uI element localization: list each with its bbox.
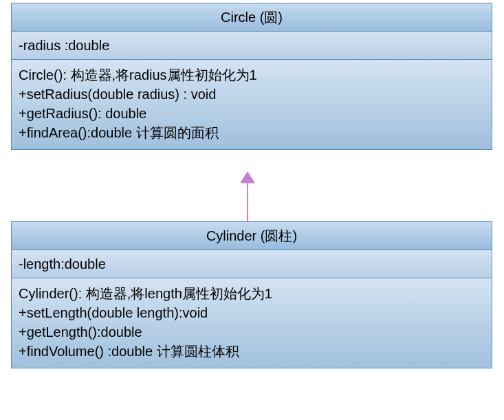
- class-title: Circle (圆): [12, 3, 492, 32]
- class-name-text: Circle (圆): [221, 10, 283, 25]
- class-name-text: Cylinder (圆柱): [206, 228, 297, 243]
- method-text: +setRadius(double radius) : void: [19, 85, 485, 104]
- method-text: +findVolume() :double 计算圆柱体积: [19, 342, 485, 361]
- svg-marker-0: [241, 172, 254, 183]
- class-methods: Cylinder(): 构造器,将length属性初始化为1 +setLengt…: [12, 278, 492, 368]
- class-title: Cylinder (圆柱): [12, 222, 492, 250]
- arrow-icon: [241, 172, 254, 221]
- class-attributes: -radius :double: [12, 32, 492, 60]
- attribute-text: -length:double: [19, 256, 106, 272]
- class-methods: Circle(): 构造器,将radius属性初始化为1 +setRadius(…: [12, 60, 492, 149]
- uml-class-circle: Circle (圆) -radius :double Circle(): 构造器…: [11, 3, 492, 150]
- inheritance-arrow: [241, 172, 254, 220]
- uml-class-cylinder: Cylinder (圆柱) -length:double Cylinder():…: [11, 221, 492, 368]
- method-text: +getRadius(): double: [19, 104, 485, 123]
- method-text: +getLength():double: [19, 322, 485, 342]
- attribute-text: -radius :double: [19, 38, 109, 53]
- method-text: +findArea():double 计算圆的面积: [19, 123, 485, 142]
- class-attributes: -length:double: [12, 250, 492, 278]
- method-text: Cylinder(): 构造器,将length属性初始化为1: [19, 284, 485, 303]
- method-text: +setLength(double length):void: [19, 303, 485, 322]
- method-text: Circle(): 构造器,将radius属性初始化为1: [19, 65, 485, 85]
